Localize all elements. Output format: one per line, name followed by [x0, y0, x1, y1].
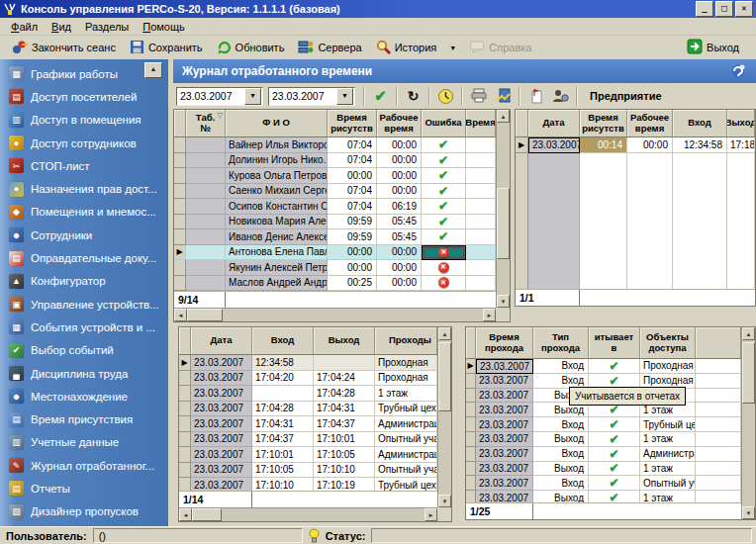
sidebar-item-Время присутствия[interactable]: ▤Время присутствия [0, 408, 168, 430]
sidebar-item-Журнал отработанног...[interactable]: ✎Журнал отработанног... [0, 454, 168, 477]
table-row[interactable]: 23.03.200717:04:2017:04:24Проходная [179, 371, 437, 387]
sidebar-item-Выбор событий[interactable]: ✔Выбор событий [0, 339, 168, 362]
scroll-up-icon[interactable]: ▲ [742, 327, 755, 340]
table-row[interactable]: Иванов Денис Алексе09:5905:45✔ [174, 229, 496, 245]
menu-item-Файл[interactable]: Файл [4, 20, 45, 34]
scroll-thumb[interactable] [187, 309, 223, 321]
sidebar-item-Управление устройств...[interactable]: ▣Управление устройств... [0, 293, 168, 316]
vertical-scrollbar[interactable]: ▲ ▼ [496, 110, 510, 308]
toolbar-button-Сервера[interactable]: Сервера [291, 38, 368, 58]
personnel-settings-button[interactable] [548, 86, 573, 107]
column-header[interactable]: Время рисутств [328, 110, 377, 137]
sidebar-item-Сотрудники[interactable]: ☻Сотрудники [0, 224, 168, 246]
toolbar-button-История[interactable]: История [369, 38, 444, 58]
toolbar-button-Обновить[interactable]: Обновить [210, 38, 292, 58]
sidebar-item-СТОП-лист[interactable]: ✂СТОП-лист [0, 154, 168, 177]
sidebar-item-Доступ посетителей[interactable]: ▤Доступ посетителей [0, 85, 168, 108]
sidebar-item-Отчеты[interactable]: ▤Отчеты [0, 477, 168, 499]
table-row[interactable]: ▶Антонова Елена Павл00:0000:00✕ [174, 245, 496, 261]
table-row[interactable]: 23.03.2007Выход✔1 этаж [466, 432, 741, 447]
horizontal-scrollbar[interactable]: ◄ ► [174, 308, 496, 321]
print-button[interactable] [466, 86, 491, 107]
column-header[interactable]: Выход [314, 327, 375, 355]
column-header[interactable] [516, 110, 528, 137]
column-header[interactable]: итывает в [589, 327, 640, 359]
sidebar-item-Учетные данные[interactable]: ▥Учетные данные [0, 431, 168, 454]
column-header[interactable] [179, 327, 191, 355]
column-header[interactable] [696, 327, 741, 359]
table-row[interactable]: ▶23.03.2007Вход✔Проходная [466, 359, 741, 374]
table-row[interactable]: 23.03.200717:04:281 этаж [179, 386, 437, 402]
column-header[interactable]: Вход [673, 110, 727, 137]
table-row[interactable]: 23.03.200717:04:2817:04:31Трубный цех [179, 402, 437, 417]
column-header[interactable]: Время [466, 110, 496, 137]
toolbar-button-exit[interactable]: Выход [680, 37, 746, 58]
column-header[interactable]: Выход [727, 110, 755, 137]
sidebar-item-Конфигуратор[interactable]: ▲Конфигуратор [0, 270, 168, 293]
toolbar-button-Сохранить[interactable]: Сохранить [123, 38, 210, 58]
column-header[interactable]: Таб. №▽ [186, 110, 226, 137]
table-row[interactable]: 23.03.200717:10:0117:10:05Администрация [179, 447, 437, 463]
scroll-track[interactable] [187, 309, 483, 321]
maximize-button[interactable]: □ [715, 1, 733, 17]
sidebar-item-Дизайнер пропусков[interactable]: ▧Дизайнер пропусков [0, 500, 168, 523]
table-row[interactable]: 23.03.2007Вход✔Трубный цех [466, 417, 741, 432]
menu-item-Разделы[interactable]: Разделы [78, 20, 136, 34]
sidebar-scroll-up-button[interactable]: ▲ [144, 62, 162, 78]
table-row[interactable]: Саенко Михаил Серге07:0400:00✔ [174, 184, 496, 200]
menu-item-Вид[interactable]: Вид [45, 20, 78, 34]
report-flag-button[interactable] [523, 86, 548, 107]
scroll-track[interactable] [497, 123, 510, 295]
column-header[interactable]: Рабочее время [627, 110, 673, 137]
date-to-combo[interactable]: 23.03.2007 ▼ [268, 87, 355, 106]
table-row[interactable]: Новикова Мария Алек09:5905:45✔ [174, 215, 496, 230]
close-button[interactable]: ✕ [735, 1, 753, 17]
refresh-data-button[interactable]: ↻ [401, 86, 425, 107]
scroll-thumb[interactable] [742, 342, 755, 404]
scroll-track[interactable] [742, 340, 755, 506]
table-row[interactable]: Долинин Игорь Нико.07:0400:00✔ [174, 153, 496, 169]
vertical-scrollbar[interactable]: ▲ ▼ [437, 327, 451, 507]
table-row[interactable]: 23.03.2007Выход✔1 этаж [466, 462, 741, 477]
sidebar-item-Оправдательные доку...[interactable]: ▤Оправдательные доку... [0, 246, 168, 269]
date-from-combo[interactable]: 23.03.2007 ▼ [176, 87, 263, 106]
table-row[interactable]: Маслов Андрей Андр00:2500:00✕ [174, 276, 496, 292]
table-row[interactable]: Курова Ольга Петров00:0000:00✔ [174, 168, 496, 184]
horizontal-scrollbar[interactable]: ◄ ► [179, 507, 437, 521]
scroll-left-icon[interactable]: ◄ [179, 508, 192, 521]
scroll-track[interactable] [438, 340, 451, 495]
scroll-right-icon[interactable]: ► [425, 508, 437, 521]
sidebar-item-Графики работы[interactable]: ▦Графики работы [0, 62, 168, 85]
history-dropdown-icon[interactable]: ▼ [443, 45, 462, 51]
scroll-track[interactable] [192, 508, 425, 521]
scroll-up-icon[interactable]: ▲ [497, 110, 510, 123]
chevron-down-icon[interactable]: ▼ [244, 88, 261, 105]
toolbar-button-Закончить сеанс[interactable]: Закончить сеанс [5, 38, 123, 58]
column-header[interactable]: Рабочее время [377, 110, 422, 137]
scroll-thumb[interactable] [192, 508, 222, 521]
column-header[interactable] [174, 110, 186, 137]
column-header[interactable]: Время рисутств [580, 110, 627, 137]
column-header[interactable]: Проходы [375, 327, 437, 355]
menu-item-Помощь[interactable]: Помощь [136, 20, 192, 34]
table-row[interactable]: 23.03.200717:10:1017:10:19Трубный цех [179, 478, 437, 491]
table-row[interactable]: Якунин Алексей Петр00:0000:00✕ [174, 260, 496, 276]
column-header[interactable]: Вход [252, 327, 314, 355]
scroll-down-icon[interactable]: ▼ [438, 495, 451, 507]
sidebar-item-Доступ в помещения[interactable]: ▥Доступ в помещения [0, 109, 168, 132]
sidebar-item-Помещения и мнемос...[interactable]: ◆Помещения и мнемос... [0, 201, 168, 224]
enterprise-button[interactable]: Предприятие [581, 90, 671, 102]
scroll-left-icon[interactable]: ◄ [174, 309, 187, 321]
column-header[interactable]: Ошибка [422, 110, 466, 137]
table-row[interactable]: 23.03.200717:04:3717:10:01Опытный участо… [179, 432, 437, 448]
column-header[interactable]: Объекты доступа [640, 327, 696, 359]
column-header[interactable]: Дата [191, 327, 252, 355]
table-row[interactable]: ▶23.03.200700:1400:0012:34:5817:18:2 [516, 137, 755, 153]
table-row[interactable]: 23.03.200717:04:3117:04:37Администрация [179, 416, 437, 432]
scroll-right-icon[interactable]: ► [483, 309, 496, 321]
table-row[interactable]: 23.03.2007Выход✔1 этаж [466, 491, 741, 502]
table-row[interactable]: Осипов Константин С07:0406:19✔ [174, 199, 496, 215]
table-row[interactable]: 23.03.200717:10:0517:10:10Опытный участо… [179, 463, 437, 479]
sidebar-item-События устройств и ...[interactable]: ▦События устройств и ... [0, 316, 168, 338]
time-settings-button[interactable] [433, 86, 458, 107]
